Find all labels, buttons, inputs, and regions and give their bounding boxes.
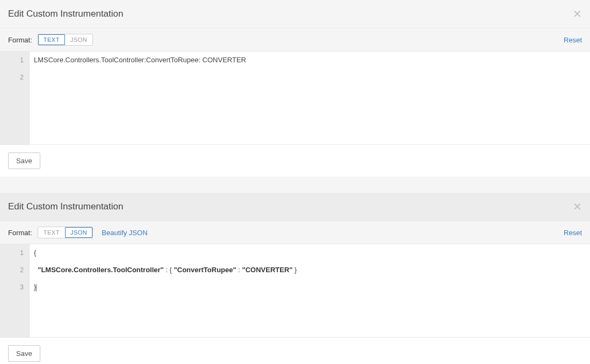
reset-link[interactable]: Reset — [564, 229, 582, 237]
line-number: 1 — [0, 244, 29, 261]
json-key: "ConvertToRupee" — [174, 266, 236, 274]
panel-json-mode: Edit Custom Instrumentation ✕ Format: TE… — [0, 193, 590, 364]
json-key: "LMSCore.Controllers.ToolController" — [38, 266, 164, 274]
json-close: } — [292, 266, 297, 274]
toolbar: Format: TEXT JSON Reset — [0, 28, 590, 52]
save-button[interactable]: Save — [8, 345, 40, 362]
code-line — [30, 69, 590, 77]
json-sep: : — [236, 266, 242, 274]
reset-link[interactable]: Reset — [564, 36, 582, 44]
json-value: "CONVERTER" — [242, 266, 293, 274]
panel-header: Edit Custom Instrumentation ✕ — [0, 0, 590, 28]
code-editor[interactable]: 1 2 3 { "LMSCore.Controllers.ToolControl… — [0, 244, 590, 338]
editor-gutter: 1 2 — [0, 52, 30, 144]
line-number: 2 — [0, 69, 29, 86]
toolbar-left: Format: TEXT JSON — [8, 34, 93, 46]
code-area[interactable]: { "LMSCore.Controllers.ToolController" :… — [30, 244, 590, 337]
toggle-text-button[interactable]: TEXT — [38, 34, 65, 45]
save-row: Save — [0, 145, 590, 177]
close-icon[interactable]: ✕ — [573, 201, 582, 212]
toggle-json-button[interactable]: JSON — [65, 227, 92, 238]
toggle-text-button[interactable]: TEXT — [38, 227, 65, 238]
format-label: Format: — [8, 36, 32, 44]
beautify-json-link[interactable]: Beautify JSON — [102, 229, 147, 237]
format-toggle: TEXT JSON — [38, 34, 93, 46]
panel-header: Edit Custom Instrumentation ✕ — [0, 193, 590, 221]
save-button[interactable]: Save — [8, 152, 40, 169]
panel-title: Edit Custom Instrumentation — [8, 201, 123, 212]
toolbar-left: Format: TEXT JSON Beautify JSON — [8, 227, 148, 238]
json-close-outer: } — [34, 283, 36, 291]
code-line: { — [30, 244, 590, 261]
json-sep: : { — [164, 266, 174, 274]
code-area[interactable]: LMSCore.Controllers.ToolController:Conve… — [30, 52, 590, 144]
save-row: Save — [0, 338, 590, 364]
toolbar: Format: TEXT JSON Beautify JSON Reset — [0, 221, 590, 244]
code-line: } — [30, 279, 590, 296]
format-toggle: TEXT JSON — [38, 227, 93, 238]
editor-gutter: 1 2 3 — [0, 244, 30, 337]
toggle-json-button[interactable]: JSON — [65, 34, 92, 45]
close-icon[interactable]: ✕ — [573, 9, 582, 19]
code-editor[interactable]: 1 2 LMSCore.Controllers.ToolController:C… — [0, 52, 590, 145]
code-line: "LMSCore.Controllers.ToolController" : {… — [30, 261, 590, 279]
line-number: 2 — [0, 261, 29, 279]
format-label: Format: — [8, 229, 32, 237]
line-number: 1 — [0, 52, 29, 69]
line-number: 3 — [0, 279, 29, 296]
panel-text-mode: Edit Custom Instrumentation ✕ Format: TE… — [0, 0, 590, 177]
panel-title: Edit Custom Instrumentation — [8, 9, 123, 19]
code-line: LMSCore.Controllers.ToolController:Conve… — [30, 52, 590, 69]
